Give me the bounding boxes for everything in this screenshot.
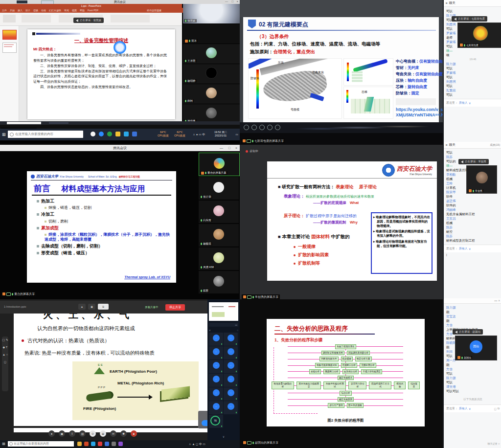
leave-button[interactable]: ■ (131, 430, 137, 437)
floating-video-tile[interactable]: 七彩荷包蛋 (457, 22, 501, 48)
close-icon[interactable]: × (236, 0, 238, 3)
qq-icon[interactable] (91, 442, 95, 446)
annotation-tool-icon[interactable] (244, 125, 249, 130)
member-tile[interactable]: ·· (224, 346, 238, 359)
screenshot-icon[interactable]: ⧉ (498, 407, 500, 410)
ribbon-tab[interactable]: 审阅 (64, 9, 69, 12)
taskbar-search[interactable]: 在这里输入你要搜索的内容 (8, 441, 74, 447)
tell-me-search[interactable]: 操作说明搜索 (147, 9, 161, 12)
maximize-icon[interactable]: □ (228, 146, 230, 150)
chevron-down-icon[interactable]: ∨ (469, 247, 471, 250)
file-explorer-icon[interactable] (115, 132, 120, 136)
member-tile[interactable]: ·· (209, 401, 223, 414)
lock-button[interactable]: ⊙ (90, 430, 96, 437)
tim-icon[interactable] (124, 132, 129, 136)
ribbon-tab[interactable]: 插入 (18, 9, 23, 12)
floating-video-tile[interactable]: 常创秀 (466, 165, 497, 194)
invite-button[interactable]: ▥ (79, 430, 86, 437)
notification-icon[interactable]: ▭ (235, 133, 238, 136)
share-screen-button[interactable]: ⇧ (69, 430, 75, 437)
meeting-app-icon[interactable] (132, 132, 137, 136)
taskbar-search[interactable]: 在这里输入你要搜索的内容 (8, 131, 83, 138)
participant-tile[interactable]: 张慧妮 (183, 4, 240, 24)
edge-icon[interactable] (99, 132, 104, 136)
ribbon-tab[interactable]: 切换 (33, 9, 38, 12)
participant-tile[interactable]: 杨馥琼 (199, 224, 239, 246)
window-controls[interactable]: ▭ × (494, 299, 500, 303)
wechat-icon[interactable] (107, 132, 112, 136)
members-count[interactable]: 成员(15) (490, 143, 500, 147)
meeting-app-icon[interactable] (105, 442, 109, 446)
app-icon[interactable] (118, 442, 123, 446)
collapse-icon[interactable]: ∨ (207, 435, 240, 438)
maximize-icon[interactable]: □ (231, 0, 233, 3)
close-icon[interactable]: × (235, 146, 237, 150)
participant-tile[interactable]: 杨绍静 (183, 64, 240, 84)
member-tile[interactable]: ·· (209, 387, 223, 401)
ribbon-tab[interactable]: Foxit PDF (88, 9, 98, 12)
participant-tile[interactable]: 薛柯 (183, 84, 240, 104)
app-icon[interactable] (112, 442, 116, 446)
share-preview-thumbnail[interactable] (209, 302, 238, 321)
participant-tile[interactable]: 贾冰 (183, 24, 240, 44)
chat-send-row[interactable]: 发送至： 所有人 ∨ (444, 245, 501, 252)
ribbon-tab[interactable]: 文件 (2, 9, 7, 12)
participant-tile[interactable]: 白灿雪 (199, 201, 239, 223)
chevron-down-icon[interactable]: ∨ (469, 101, 471, 105)
netease-icon[interactable] (98, 442, 102, 446)
pin-icon[interactable]: ▭ (235, 323, 237, 326)
minimize-icon[interactable]: — (225, 0, 228, 3)
member-tile[interactable]: ·· (224, 360, 238, 373)
ribbon-tab[interactable]: 帮助 (80, 9, 85, 12)
search-icon[interactable]: ○ (237, 329, 238, 332)
ribbon-tab[interactable]: 幻灯片放映 (49, 9, 61, 12)
participant-tile[interactable]: 周虎-658 (199, 247, 239, 270)
member-tile[interactable]: ·· (209, 374, 223, 387)
meeting-floating-badge[interactable] (114, 41, 126, 54)
pen-tool-icon[interactable] (259, 125, 265, 130)
apps-button[interactable]: ⊞ (100, 430, 106, 437)
slide-thumbnail-pane[interactable] (0, 26, 19, 121)
ribbon-tab[interactable]: 设计 (25, 9, 30, 12)
minimize-icon[interactable]: — (220, 146, 223, 150)
member-tile[interactable]: ·· (224, 401, 238, 414)
emoji-icon[interactable]: ◻ (494, 407, 497, 410)
folder-icon[interactable] (77, 442, 82, 446)
mute-button[interactable]: ▲ (78, 304, 86, 310)
taskbar-icons[interactable] (91, 132, 140, 136)
member-tile[interactable]: ·· (224, 387, 238, 401)
cortana-icon[interactable] (91, 132, 95, 136)
participant-tile[interactable]: 董合的屏幕共享 (199, 153, 240, 176)
member-tile[interactable]: ·· (224, 333, 238, 346)
start-button-icon[interactable]: ⊞ (2, 442, 5, 446)
member-tile[interactable]: ·· (209, 360, 223, 373)
camera-button[interactable]: ▣ (59, 430, 65, 437)
send-target-select[interactable]: 所有人 (459, 246, 468, 251)
slide-footer-link[interactable]: Thermal spray Lab. of XSYU (124, 275, 170, 279)
eraser-tool-icon[interactable] (267, 125, 273, 130)
tray-icons[interactable]: ∧ ● ▭ 中 (193, 133, 205, 137)
participant-tile[interactable]: 王泽慧 (183, 44, 240, 64)
chat-send-row[interactable]: 发送至： 所有人 ∨ ◻ ⧉ (444, 404, 501, 412)
powerpoint-icon[interactable] (84, 442, 89, 446)
tray-icons[interactable]: ∧ ▲ ◻ 中 ▭ (189, 442, 205, 447)
send-target-select[interactable]: 所有人 (459, 101, 468, 105)
ribbon-tab[interactable]: 开始 (10, 9, 15, 12)
start-button-icon[interactable]: ⊞ (2, 132, 6, 137)
chevron-down-icon[interactable]: ∨ (469, 407, 471, 410)
chat-button[interactable]: ✉ (110, 430, 116, 437)
slide-thumbnail-1[interactable] (2, 30, 17, 40)
member-tile[interactable]: ·· (224, 374, 238, 387)
participant-tile[interactable]: 陈苏 (199, 271, 239, 293)
share-new-button[interactable]: ⧉ (98, 304, 109, 310)
chat-send-row[interactable]: 发送至： 所有人 ∨ (444, 99, 501, 107)
panel-caret-icon[interactable]: ∨ (209, 329, 211, 332)
video-button[interactable]: ▣ (88, 304, 95, 310)
chat-history-toggle[interactable]: 聊天记录 ∨ (487, 442, 500, 445)
member-tile[interactable]: ·· (209, 346, 223, 359)
ribbon-tab[interactable]: 动画 (41, 9, 46, 12)
member-tile[interactable]: ·· (209, 333, 223, 346)
annotation-sidebar[interactable]: ▢ ✎ ◆ T ▲ ○ ◻ (2, 336, 8, 391)
taskbar-icons[interactable] (77, 442, 126, 446)
floating-video-tile[interactable]: 国仙 赵国仙 (455, 336, 497, 360)
